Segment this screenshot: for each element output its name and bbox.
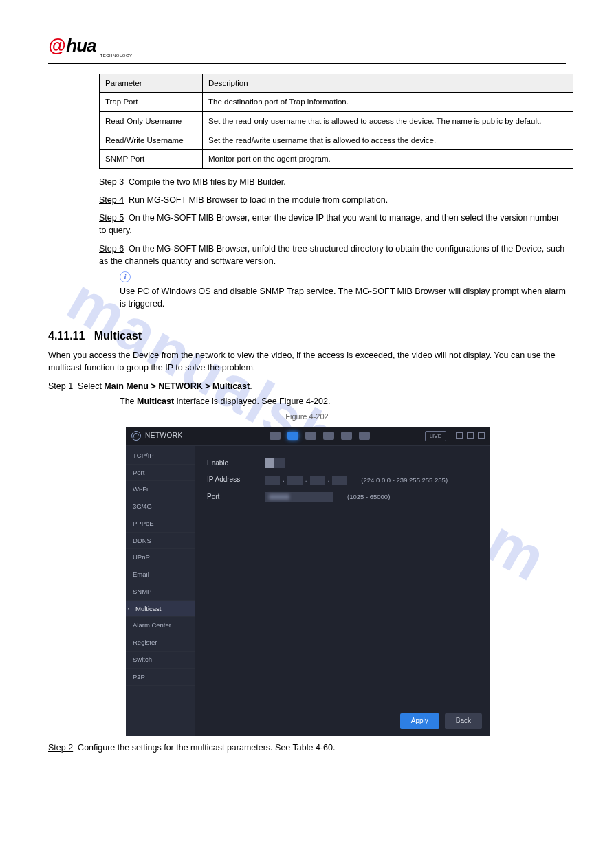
ip-octet-4[interactable]	[332, 476, 347, 485]
section-step-2: Step 2 Configure the settings for the mu…	[48, 742, 566, 754]
label-enable: Enable	[207, 458, 255, 469]
section-step-2-label: Step 2	[48, 743, 73, 753]
shot-title: NETWORK	[145, 431, 183, 441]
header-right-icons	[456, 432, 485, 439]
system-icon[interactable]	[323, 432, 334, 440]
camera-icon[interactable]	[270, 432, 281, 440]
shot-footer: Apply Back	[400, 713, 482, 729]
top-nav-icons	[270, 432, 370, 440]
table-header-description: Description	[203, 74, 573, 93]
table-row: Read-Only Username Set the read-only use…	[100, 112, 573, 131]
step-5-label: Step 5	[99, 213, 124, 223]
cell-desc: The destination port of Trap information…	[203, 93, 573, 112]
logo-text-hua: hua	[66, 33, 96, 59]
port-range-hint: (1025 - 65000)	[347, 492, 390, 502]
sidebar-item-tcpip[interactable]: TCP/IP	[126, 447, 195, 465]
tip-text: Use PC of Windows OS and disable SNMP Tr…	[120, 285, 566, 310]
security-icon[interactable]	[341, 432, 352, 440]
sidebar-item-register[interactable]: Register	[126, 634, 195, 652]
section-step-1-tail: .	[250, 381, 252, 391]
cell-desc: Set the read-only username that is allow…	[203, 112, 573, 131]
shot-sidebar: TCP/IP Port Wi-Fi 3G/4G PPPoE DDNS UPnP …	[126, 446, 195, 736]
row-port: Port (1025 - 65000)	[207, 492, 478, 502]
info-icon: i	[120, 271, 131, 282]
sidebar-item-p2p[interactable]: P2P	[126, 669, 195, 686]
account-icon[interactable]	[359, 432, 370, 440]
result-bold: Multicast	[137, 397, 174, 406]
live-badge: LIVE	[425, 431, 446, 442]
step-3-label: Step 3	[99, 177, 124, 187]
shot-main-panel: Enable IP Address . . . (224.0.0.0 - 239…	[195, 446, 490, 736]
step-5: Step 5 On the MG-SOFT MIB Browser, enter…	[99, 212, 566, 236]
storage-icon[interactable]	[305, 432, 316, 440]
cell-param: Trap Port	[100, 93, 203, 112]
section-step-1-text: Select	[78, 381, 104, 391]
label-ip-address: IP Address	[207, 475, 255, 485]
section-step-1-path: Main Menu > NETWORK > Multicast	[104, 381, 250, 391]
sidebar-item-ddns[interactable]: DDNS	[126, 533, 195, 550]
step-4: Step 4 Run MG-SOFT MIB Browser to load i…	[99, 194, 566, 206]
header-divider	[48, 63, 566, 64]
section-heading: 4.11.11 Multicast	[48, 328, 566, 344]
cell-desc: Monitor port on the agent program.	[203, 150, 573, 169]
step-4-label: Step 4	[99, 195, 124, 205]
section-description: When you access the Device from the netw…	[48, 349, 566, 374]
sidebar-item-multicast[interactable]: Multicast	[126, 601, 195, 618]
user-icon[interactable]	[456, 432, 463, 439]
sidebar-item-email[interactable]: Email	[126, 566, 195, 583]
close-icon[interactable]	[478, 432, 485, 439]
logo-at-glyph: @	[48, 33, 65, 59]
section-step-2-text: Configure the settings for the multicast…	[78, 743, 335, 753]
shot-header: NETWORK LIVE	[126, 427, 490, 446]
brand-logo: @ hua TECHNOLOGY	[48, 33, 566, 59]
cell-param: Read/Write Username	[100, 131, 203, 150]
multicast-screenshot: NETWORK LIVE TCP/IP	[126, 427, 490, 736]
sidebar-item-switch[interactable]: Switch	[126, 652, 195, 669]
cell-param: SNMP Port	[100, 150, 203, 169]
section-number: 4.11.11	[48, 330, 85, 342]
table-row: Trap Port The destination port of Trap i…	[100, 93, 573, 112]
step-6-body: On the MG-SOFT MIB Browser, unfold the t…	[99, 244, 564, 266]
label-port: Port	[207, 492, 255, 502]
step-4-body: Run MG-SOFT MIB Browser to load in the m…	[129, 195, 388, 205]
step-6-label: Step 6	[99, 244, 124, 254]
section-result-1: The Multicast interface is displayed. Se…	[120, 395, 566, 408]
cell-param: Read-Only Username	[100, 112, 203, 131]
sidebar-item-alarm-center[interactable]: Alarm Center	[126, 617, 195, 634]
figure-caption: Figure 4-202	[48, 412, 566, 423]
section-step-1: Step 1 Select Main Menu > NETWORK > Mult…	[48, 380, 566, 392]
sidebar-item-port[interactable]: Port	[126, 465, 195, 482]
ip-octet-2[interactable]	[287, 476, 303, 485]
apply-button[interactable]: Apply	[400, 713, 439, 729]
tip-block: i	[120, 270, 566, 282]
sidebar-item-upnp[interactable]: UPnP	[126, 549, 195, 566]
sidebar-item-3g4g[interactable]: 3G/4G	[126, 498, 195, 515]
ip-octet-3[interactable]	[310, 476, 325, 485]
table-row: Read/Write Username Set the read/write u…	[100, 131, 573, 150]
sidebar-item-pppoe[interactable]: PPPoE	[126, 515, 195, 533]
parameter-table: Parameter Description Trap Port The dest…	[99, 74, 573, 169]
back-button[interactable]: Back	[445, 713, 482, 729]
port-field[interactable]	[265, 492, 333, 502]
ip-range-hint: (224.0.0.0 - 239.255.255.255)	[361, 476, 448, 485]
result-prefix: The	[120, 397, 137, 406]
step-6: Step 6 On the MG-SOFT MIB Browser, unfol…	[99, 243, 566, 267]
toggle-enable[interactable]	[265, 458, 285, 468]
section-step-1-label: Step 1	[48, 381, 73, 391]
sidebar-item-snmp[interactable]: SNMP	[126, 583, 195, 601]
step-3-body: Compile the two MIB files by MIB Builder…	[129, 177, 286, 187]
step-3: Step 3 Compile the two MIB files by MIB …	[99, 176, 566, 188]
globe-icon	[131, 431, 141, 441]
network-icon[interactable]	[287, 432, 298, 440]
row-enable: Enable	[207, 458, 478, 469]
ip-octet-1[interactable]	[265, 476, 280, 485]
result-suffix: interface is displayed. See Figure 4-202…	[174, 397, 330, 406]
section-title: Multicast	[94, 330, 142, 342]
sidebar-item-wifi[interactable]: Wi-Fi	[126, 481, 195, 498]
table-row: SNMP Port Monitor port on the agent prog…	[100, 150, 573, 169]
row-ip: IP Address . . . (224.0.0.0 - 239.255.25…	[207, 475, 478, 485]
step-5-body: On the MG-SOFT MIB Browser, enter the de…	[99, 213, 559, 235]
layout-icon[interactable]	[467, 432, 474, 439]
table-header-parameter: Parameter	[100, 74, 203, 93]
ip-input-group: . . .	[265, 475, 347, 485]
